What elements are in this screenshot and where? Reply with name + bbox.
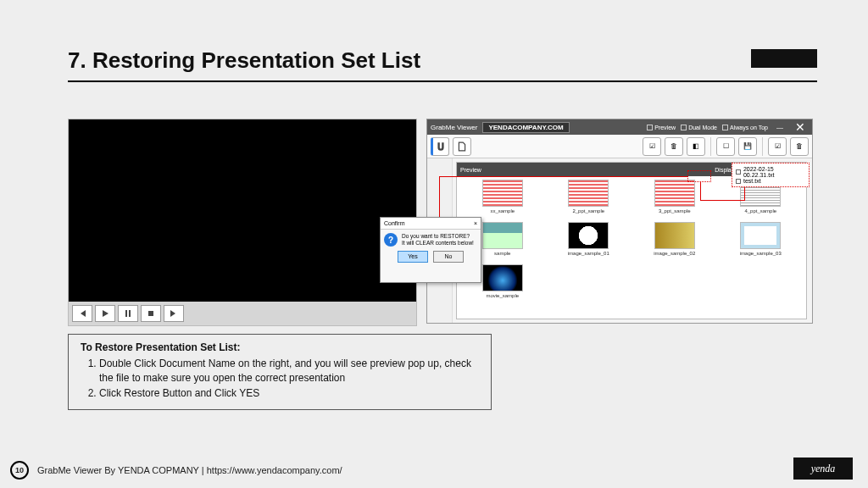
footer-text: GrabMe Viewer By YENDA COPMANY | https:/…	[37, 465, 342, 475]
thumbnail[interactable]: 2_ppt_sample	[548, 180, 630, 219]
thumbnail[interactable]: 3_ppt_sample	[634, 180, 715, 219]
page-number: 10	[10, 461, 29, 480]
confirm-close-icon[interactable]: ×	[474, 220, 477, 226]
confirm-yes-button[interactable]: Yes	[398, 251, 428, 263]
thumbnail[interactable]: image_sample_01	[548, 222, 630, 261]
confirm-dialog: Confirm × ? Do you want to RESTORE? It w…	[380, 217, 481, 283]
option-always-on-top[interactable]: Always on Top	[722, 125, 768, 130]
stop-button[interactable]	[141, 305, 161, 322]
magnet-icon[interactable]	[431, 137, 449, 156]
svg-rect-0	[148, 311, 153, 316]
player-screen	[69, 119, 416, 302]
instructions-heading: To Restore Presentation Set List:	[81, 341, 479, 353]
media-player	[68, 119, 417, 326]
option-dual-mode[interactable]: Dual Mode	[681, 125, 717, 130]
thumbnail[interactable]: xx_sample	[462, 180, 543, 219]
instruction-step: Click Restore Button and Click YES	[99, 386, 479, 401]
thumbnail-grid: xx_sample 2_ppt_sample 3_ppt_sample 4_pp…	[457, 176, 806, 319]
window-icon[interactable]: ☐	[716, 137, 735, 156]
trash2-icon[interactable]: 🗑	[790, 137, 809, 156]
thumbnail[interactable]: image_sample_02	[634, 222, 715, 261]
document-icon[interactable]	[453, 137, 471, 156]
play-button[interactable]	[95, 305, 115, 322]
window-title: GrabMe Viewer	[431, 124, 477, 131]
close-button[interactable]: ✕	[792, 120, 809, 134]
player-controls	[69, 302, 416, 325]
page-title-row: 7. Restoring Presentation Set List	[68, 47, 817, 82]
pause-button[interactable]	[118, 305, 138, 322]
instruction-step: Double Click Document Name on the right,…	[99, 357, 479, 386]
file-list-popout: 2022-02-15 00.22.31.txt test.txt	[732, 163, 810, 187]
instructions-list: Double Click Document Name on the right,…	[81, 357, 479, 401]
brand-badge: yenda	[793, 458, 853, 480]
file-row[interactable]: 2022-02-15 00.22.31.txt	[736, 166, 805, 178]
window-brand: YENDACOMPANY.COM	[482, 122, 569, 133]
window-titlebar: GrabMe Viewer YENDACOMPANY.COM Preview D…	[427, 119, 812, 135]
file-row[interactable]: test.txt	[736, 178, 805, 184]
option-preview[interactable]: Preview	[647, 125, 676, 130]
footer: 10 GrabMe Viewer By YENDA COPMANY | http…	[10, 461, 342, 480]
confirm-titlebar: Confirm ×	[381, 218, 481, 230]
save-icon[interactable]: 💾	[738, 137, 757, 156]
eraser-icon[interactable]: ◧	[687, 137, 705, 156]
instructions-box: To Restore Presentation Set List: Double…	[68, 334, 492, 410]
confirm-no-button[interactable]: No	[433, 251, 464, 263]
minimize-button[interactable]: —	[773, 124, 787, 131]
skip-forward-button[interactable]	[164, 305, 184, 322]
thumbnail[interactable]: image_sample_03	[721, 222, 802, 261]
toolbar: ☑ 🗑 ◧ ☐ 💾 ☑ 🗑	[427, 135, 812, 158]
page-title: 7. Restoring Presentation Set List	[68, 47, 817, 74]
grabme-viewer-window: GrabMe Viewer YENDACOMPANY.COM Preview D…	[426, 119, 813, 324]
title-accent-bar	[751, 49, 817, 68]
trash-icon[interactable]: 🗑	[665, 137, 683, 156]
question-icon: ?	[384, 233, 398, 247]
confirm-message: Do you want to RESTORE? It will CLEAR co…	[402, 233, 474, 247]
check-icon[interactable]: ☑	[643, 137, 661, 156]
skip-back-button[interactable]	[72, 305, 92, 322]
preview-label: Preview	[460, 167, 481, 173]
check2-icon[interactable]: ☑	[768, 137, 787, 156]
